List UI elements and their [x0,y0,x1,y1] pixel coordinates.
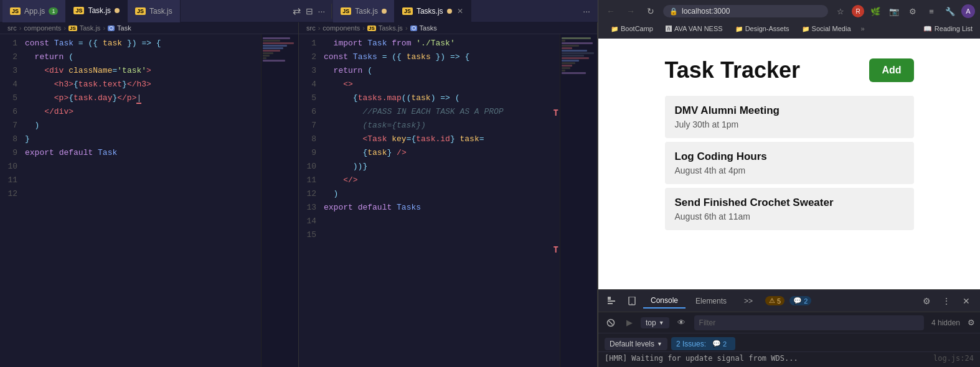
app-title: Task Tracker [665,57,801,83]
bookmark-social[interactable]: 📁 Social Media [797,24,856,34]
star-icon[interactable]: ☆ [833,4,848,19]
chevron-down-icon: ▼ [659,320,664,326]
devtools-settings-icon[interactable]: ⚙ [918,292,935,310]
extension-icon-1[interactable]: R [852,5,864,17]
bookmark-label: Design-Assets [745,25,789,32]
more-actions-icon[interactable]: ··· [583,6,590,16]
bookmarks-more[interactable]: » [859,25,867,32]
browser-chrome: ← → ↻ 🔒 localhost:3000 ☆ R 🌿 📷 ⚙ ≡ 🔧 A 📁 [598,0,980,39]
breadcrumb-taskjs: Task.js [80,24,101,32]
tab-tasksjs[interactable]: JS Tasks.js ✕ [395,0,471,22]
editor-panels: src › components › JS Task.js › ⬡ Task 1… [0,22,598,367]
devtools-tabs: Console Elements >> ⚠ 5 💬 2 ⚙ ⋮ ✕ [598,290,980,312]
obj-icon: ⬡ [108,26,115,31]
devtools-close-icon[interactable]: ✕ [958,292,975,310]
issues-count-badge: 💬 2 [709,339,730,348]
unsaved-dot [115,8,120,13]
unsaved-dot [382,9,387,14]
forward-button[interactable]: → [623,4,638,19]
bookmark-design[interactable]: 📁 Design-Assets [730,24,794,34]
console-message: [HMR] Waiting for update signal from WDS… [598,351,980,365]
app-header: Task Tracker Add [665,57,914,83]
more-actions-icon[interactable]: ··· [318,6,326,16]
console-message-text: [HMR] Waiting for update signal from WDS… [605,354,798,363]
minimap-right [560,34,597,367]
code-content-right[interactable]: import Task from './Task' const Tasks = … [321,34,560,367]
menu-icon[interactable]: ≡ [924,4,939,19]
code-content-left[interactable]: const Task = ({ task }) => { return ( <d… [22,34,261,367]
tab-count: 1 [49,7,58,15]
default-levels-button[interactable]: Default levels ▼ [605,338,667,350]
extension-icon-3[interactable]: 📷 [887,4,902,19]
add-button[interactable]: Add [869,58,913,82]
lock-icon: 🔒 [669,7,678,16]
context-selector[interactable]: top ▼ [641,317,669,328]
reading-list[interactable]: 📖 Reading List [923,25,973,33]
bookmark-label: BootCamp [621,25,653,32]
left-editor-panel: src › components › JS Task.js › ⬡ Task 1… [0,22,299,367]
extension-icon-4[interactable]: ⚙ [905,4,920,19]
tab-taskjs-right[interactable]: JS Task.js [333,0,395,22]
task-title: Log Coding Hours [675,151,904,163]
js-icon-sm: JS [367,26,376,31]
breadcrumb-tasks: Tasks [420,24,437,32]
breadcrumb-components: components [323,24,360,32]
code-area-left[interactable]: 123456789101112 const Task = ({ task }) … [0,34,298,367]
warning-count: 5 [777,297,781,305]
devtools-warning-badge[interactable]: ⚠ 5 [765,296,784,305]
folder-icon: 📁 [802,26,809,32]
devtools-tab-more[interactable]: >> [737,294,760,308]
filter-input[interactable] [694,315,924,330]
breadcrumb-right: src › components › JS Tasks.js › ⬡ Tasks [299,22,597,34]
js-icon-sm: JS [68,26,77,31]
eye-icon[interactable]: 👁 [673,315,690,330]
js-icon: JS [73,7,84,14]
devtools-device-icon[interactable] [623,292,641,310]
line-numbers-left: 123456789101112 [0,34,22,367]
tab-label: Tasks.js [417,7,443,16]
source-control-icon[interactable]: ⇄ [293,5,301,17]
tab-appjs[interactable]: JS App.js 1 [2,0,66,22]
task-item-1: DMV Alumni Meeting July 30th at 1pm [665,96,914,138]
devtools-inspect-icon[interactable] [603,292,621,310]
devtools-info-badge[interactable]: 💬 2 [789,296,811,305]
tab-taskjs-1[interactable]: JS Task.js [66,0,128,22]
folder-icon: 📁 [735,26,743,32]
t-marker-right-2: T [554,244,558,254]
issues-badge[interactable]: 2 Issues: 💬 2 [671,337,735,350]
devtools: Console Elements >> ⚠ 5 💬 2 ⚙ ⋮ ✕ ▶ [598,289,980,367]
bookmark-ava[interactable]: 🅰 AVA VAN NESS [661,24,728,34]
address-bar[interactable]: 🔒 localhost:3000 [663,5,828,17]
folder-icon: 📁 [611,26,618,32]
task-time: July 30th at 1pm [675,119,904,129]
devtools-more-icon[interactable]: ⋮ [938,292,955,310]
breadcrumb-left: src › components › JS Task.js › ⬡ Task [0,22,298,34]
tab-taskjs-2[interactable]: JS Task.js [128,0,181,22]
close-tab-icon[interactable]: ✕ [457,7,463,16]
execute-icon[interactable]: ▶ [622,315,637,330]
devtools-tab-elements[interactable]: Elements [688,294,734,308]
chat-icon: 💬 [712,340,721,348]
code-area-right[interactable]: 123456789101112131415 import Task from '… [299,34,597,367]
browser-area: ← → ↻ 🔒 localhost:3000 ☆ R 🌿 📷 ⚙ ≡ 🔧 A 📁 [598,0,980,367]
reading-list-icon: 📖 [923,25,932,33]
filter-settings-icon[interactable]: ⚙ [968,318,975,327]
split-editor-icon[interactable]: ⊟ [306,6,313,16]
breadcrumb-src: src [7,24,17,32]
reload-button[interactable]: ↻ [643,4,658,19]
bookmark-bootcamp[interactable]: 📁 BootCamp [606,24,658,34]
task-list: DMV Alumni Meeting July 30th at 1pm Log … [665,96,914,230]
reading-list-label: Reading List [935,25,973,32]
back-button[interactable]: ← [603,4,618,19]
extension-icon-2[interactable]: 🌿 [868,4,883,19]
svg-rect-2 [608,303,613,304]
extensions-icon[interactable]: 🔧 [943,4,958,19]
tab-actions-right: ··· [578,6,595,16]
devtools-tab-console[interactable]: Console [643,294,686,309]
task-item-2: Log Coding Hours August 4th at 4pm [665,142,914,184]
chat-icon: 💬 [793,297,802,305]
profile-icon[interactable]: A [961,4,975,18]
obj-icon: ⬡ [410,26,417,31]
clear-console-icon[interactable] [603,315,618,330]
task-item-3: Send Finished Crochet Sweater August 6th… [665,188,914,230]
